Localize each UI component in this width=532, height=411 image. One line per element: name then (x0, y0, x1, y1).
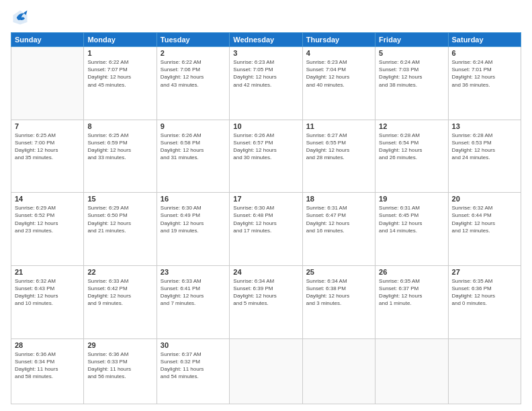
logo (11, 8, 32, 27)
day-number: 17 (233, 195, 298, 203)
weekday-header-tuesday: Tuesday (157, 33, 229, 47)
calendar-cell: 7Sunrise: 6:25 AM Sunset: 7:00 PM Daylig… (11, 120, 84, 193)
day-info: Sunrise: 6:34 AM Sunset: 6:38 PM Dayligh… (306, 277, 371, 308)
day-info: Sunrise: 6:35 AM Sunset: 6:36 PM Dayligh… (452, 277, 517, 308)
header (11, 8, 521, 27)
day-info: Sunrise: 6:26 AM Sunset: 6:57 PM Dayligh… (233, 132, 298, 162)
calendar-cell: 18Sunrise: 6:31 AM Sunset: 6:47 PM Dayli… (302, 193, 375, 266)
calendar-cell: 8Sunrise: 6:25 AM Sunset: 6:59 PM Daylig… (84, 120, 157, 193)
day-info: Sunrise: 6:30 AM Sunset: 6:49 PM Dayligh… (161, 204, 226, 234)
day-number: 7 (15, 122, 80, 130)
day-number: 29 (87, 341, 152, 349)
calendar-cell: 10Sunrise: 6:26 AM Sunset: 6:57 PM Dayli… (230, 120, 302, 193)
page: SundayMondayTuesdayWednesdayThursdayFrid… (0, 0, 532, 411)
day-number: 23 (161, 268, 226, 276)
day-info: Sunrise: 6:22 AM Sunset: 7:07 PM Dayligh… (87, 58, 152, 89)
day-info: Sunrise: 6:34 AM Sunset: 6:39 PM Dayligh… (233, 277, 298, 308)
day-number: 9 (161, 122, 226, 130)
calendar-cell: 27Sunrise: 6:35 AM Sunset: 6:36 PM Dayli… (448, 265, 521, 338)
day-number: 20 (452, 195, 517, 203)
day-info: Sunrise: 6:32 AM Sunset: 6:43 PM Dayligh… (15, 277, 80, 308)
weekday-header-sunday: Sunday (11, 33, 84, 47)
day-info: Sunrise: 6:25 AM Sunset: 6:59 PM Dayligh… (87, 132, 152, 162)
calendar-cell (230, 338, 302, 404)
day-number: 6 (452, 49, 517, 57)
day-number: 18 (306, 195, 371, 203)
day-number: 5 (379, 49, 444, 57)
calendar-cell (11, 47, 84, 120)
calendar-cell: 13Sunrise: 6:28 AM Sunset: 6:53 PM Dayli… (448, 120, 521, 193)
weekday-header-monday: Monday (84, 33, 157, 47)
day-info: Sunrise: 6:26 AM Sunset: 6:58 PM Dayligh… (161, 132, 226, 162)
logo-icon (11, 8, 30, 27)
day-info: Sunrise: 6:36 AM Sunset: 6:33 PM Dayligh… (87, 351, 152, 381)
calendar-cell: 26Sunrise: 6:35 AM Sunset: 6:37 PM Dayli… (375, 265, 448, 338)
calendar-cell: 15Sunrise: 6:29 AM Sunset: 6:50 PM Dayli… (84, 193, 157, 266)
day-number: 25 (306, 268, 371, 276)
calendar-cell (448, 338, 521, 404)
calendar-cell: 30Sunrise: 6:37 AM Sunset: 6:32 PM Dayli… (157, 338, 229, 404)
calendar-cell: 16Sunrise: 6:30 AM Sunset: 6:49 PM Dayli… (157, 193, 229, 266)
day-number: 22 (87, 268, 152, 276)
day-info: Sunrise: 6:24 AM Sunset: 7:03 PM Dayligh… (379, 58, 444, 89)
calendar-cell: 23Sunrise: 6:33 AM Sunset: 6:41 PM Dayli… (157, 265, 229, 338)
day-number: 26 (379, 268, 444, 276)
calendar-cell: 14Sunrise: 6:29 AM Sunset: 6:52 PM Dayli… (11, 193, 84, 266)
calendar-cell: 29Sunrise: 6:36 AM Sunset: 6:33 PM Dayli… (84, 338, 157, 404)
weekday-header-friday: Friday (375, 33, 448, 47)
day-number: 30 (161, 341, 226, 349)
day-number: 27 (452, 268, 517, 276)
day-info: Sunrise: 6:27 AM Sunset: 6:55 PM Dayligh… (306, 132, 371, 162)
day-info: Sunrise: 6:23 AM Sunset: 7:05 PM Dayligh… (233, 58, 298, 89)
day-number: 11 (306, 122, 371, 130)
calendar-cell: 12Sunrise: 6:28 AM Sunset: 6:54 PM Dayli… (375, 120, 448, 193)
day-number: 10 (233, 122, 298, 130)
calendar-cell: 4Sunrise: 6:23 AM Sunset: 7:04 PM Daylig… (302, 47, 375, 120)
day-info: Sunrise: 6:24 AM Sunset: 7:01 PM Dayligh… (452, 58, 517, 89)
weekday-header-thursday: Thursday (302, 33, 375, 47)
calendar-cell: 22Sunrise: 6:33 AM Sunset: 6:42 PM Dayli… (84, 265, 157, 338)
day-info: Sunrise: 6:31 AM Sunset: 6:47 PM Dayligh… (306, 204, 371, 234)
day-number: 19 (379, 195, 444, 203)
calendar-cell (302, 338, 375, 404)
calendar-cell: 19Sunrise: 6:31 AM Sunset: 6:45 PM Dayli… (375, 193, 448, 266)
calendar-cell: 6Sunrise: 6:24 AM Sunset: 7:01 PM Daylig… (448, 47, 521, 120)
week-row-3: 21Sunrise: 6:32 AM Sunset: 6:43 PM Dayli… (11, 265, 521, 338)
day-number: 13 (452, 122, 517, 130)
day-info: Sunrise: 6:30 AM Sunset: 6:48 PM Dayligh… (233, 204, 298, 234)
calendar-cell: 24Sunrise: 6:34 AM Sunset: 6:39 PM Dayli… (230, 265, 302, 338)
weekday-header-wednesday: Wednesday (230, 33, 302, 47)
day-info: Sunrise: 6:29 AM Sunset: 6:50 PM Dayligh… (87, 204, 152, 234)
day-number: 21 (15, 268, 80, 276)
calendar-cell: 17Sunrise: 6:30 AM Sunset: 6:48 PM Dayli… (230, 193, 302, 266)
calendar-cell: 2Sunrise: 6:22 AM Sunset: 7:06 PM Daylig… (157, 47, 229, 120)
calendar-table: SundayMondayTuesdayWednesdayThursdayFrid… (11, 32, 521, 404)
day-info: Sunrise: 6:32 AM Sunset: 6:44 PM Dayligh… (452, 204, 517, 234)
calendar-cell: 1Sunrise: 6:22 AM Sunset: 7:07 PM Daylig… (84, 47, 157, 120)
day-info: Sunrise: 6:23 AM Sunset: 7:04 PM Dayligh… (306, 58, 371, 89)
day-info: Sunrise: 6:25 AM Sunset: 7:00 PM Dayligh… (15, 132, 80, 162)
day-info: Sunrise: 6:36 AM Sunset: 6:34 PM Dayligh… (15, 351, 80, 381)
day-number: 12 (379, 122, 444, 130)
day-number: 3 (233, 49, 298, 57)
day-number: 24 (233, 268, 298, 276)
calendar-cell: 11Sunrise: 6:27 AM Sunset: 6:55 PM Dayli… (302, 120, 375, 193)
day-info: Sunrise: 6:37 AM Sunset: 6:32 PM Dayligh… (161, 351, 226, 381)
day-number: 16 (161, 195, 226, 203)
day-info: Sunrise: 6:29 AM Sunset: 6:52 PM Dayligh… (15, 204, 80, 234)
day-number: 15 (87, 195, 152, 203)
week-row-4: 28Sunrise: 6:36 AM Sunset: 6:34 PM Dayli… (11, 338, 521, 404)
week-row-0: 1Sunrise: 6:22 AM Sunset: 7:07 PM Daylig… (11, 47, 521, 120)
day-number: 8 (87, 122, 152, 130)
calendar-cell: 21Sunrise: 6:32 AM Sunset: 6:43 PM Dayli… (11, 265, 84, 338)
calendar-cell: 20Sunrise: 6:32 AM Sunset: 6:44 PM Dayli… (448, 193, 521, 266)
calendar-cell: 25Sunrise: 6:34 AM Sunset: 6:38 PM Dayli… (302, 265, 375, 338)
weekday-header-saturday: Saturday (448, 33, 521, 47)
day-info: Sunrise: 6:28 AM Sunset: 6:54 PM Dayligh… (379, 132, 444, 162)
week-row-2: 14Sunrise: 6:29 AM Sunset: 6:52 PM Dayli… (11, 193, 521, 266)
weekday-header-row: SundayMondayTuesdayWednesdayThursdayFrid… (11, 33, 521, 47)
day-info: Sunrise: 6:28 AM Sunset: 6:53 PM Dayligh… (452, 132, 517, 162)
day-info: Sunrise: 6:35 AM Sunset: 6:37 PM Dayligh… (379, 277, 444, 308)
day-number: 2 (161, 49, 226, 57)
calendar-cell: 3Sunrise: 6:23 AM Sunset: 7:05 PM Daylig… (230, 47, 302, 120)
